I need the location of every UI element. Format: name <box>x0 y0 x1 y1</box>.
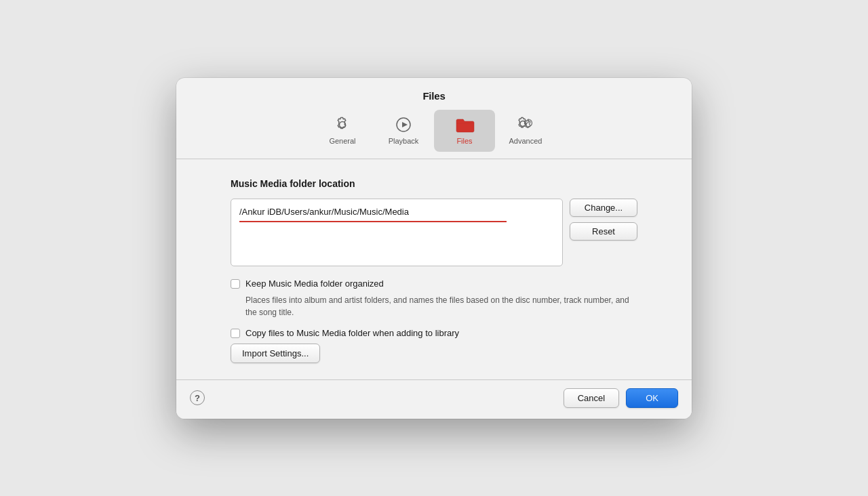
copy-files-label[interactable]: Copy files to Music Media folder when ad… <box>245 328 459 338</box>
keep-organized-checkbox[interactable] <box>231 279 240 289</box>
gear-icon <box>333 115 352 134</box>
advanced-gear-icon <box>515 115 536 134</box>
dialog: Files General Playback <box>176 78 692 419</box>
section-title: Music Media folder location <box>231 178 637 189</box>
svg-marker-1 <box>402 122 408 127</box>
folder-icon <box>454 115 475 134</box>
checkbox-row-2: Copy files to Music Media folder when ad… <box>231 328 637 338</box>
folder-underline <box>239 221 507 222</box>
help-button[interactable]: ? <box>190 390 205 405</box>
folder-path-text: /Ankur iDB/Users/ankur/Music/Music/Media <box>239 206 554 218</box>
checkbox-row-1: Keep Music Media folder organized <box>231 278 637 289</box>
keep-organized-label[interactable]: Keep Music Media folder organized <box>245 278 384 289</box>
ok-button[interactable]: OK <box>626 388 678 408</box>
tab-general-label: General <box>329 137 355 145</box>
footer-buttons: Cancel OK <box>564 388 678 408</box>
tab-bar: General Playback Files <box>176 102 692 152</box>
import-settings-button[interactable]: Import Settings... <box>231 344 320 363</box>
folder-input-container: /Ankur iDB/Users/ankur/Music/Music/Media <box>231 199 563 266</box>
tab-playback[interactable]: Playback <box>373 110 434 152</box>
tab-files[interactable]: Files <box>434 110 495 152</box>
play-icon <box>394 115 413 134</box>
reset-button[interactable]: Reset <box>570 222 637 241</box>
dialog-title: Files <box>190 90 678 102</box>
cancel-button[interactable]: Cancel <box>564 388 619 408</box>
tab-advanced[interactable]: Advanced <box>495 110 556 152</box>
content-area: Music Media folder location /Ankur iDB/U… <box>176 159 692 379</box>
footer: ? Cancel OK <box>176 379 692 419</box>
tab-advanced-label: Advanced <box>509 137 542 145</box>
copy-files-checkbox[interactable] <box>231 329 240 338</box>
change-button[interactable]: Change... <box>570 199 637 217</box>
organized-description: Places files into album and artist folde… <box>245 294 637 318</box>
folder-location-row: /Ankur iDB/Users/ankur/Music/Music/Media… <box>231 199 637 266</box>
tab-general[interactable]: General <box>312 110 373 152</box>
folder-buttons: Change... Reset <box>570 199 637 241</box>
tab-files-label: Files <box>456 137 472 145</box>
title-bar: Files <box>176 78 692 102</box>
tab-playback-label: Playback <box>389 137 419 145</box>
